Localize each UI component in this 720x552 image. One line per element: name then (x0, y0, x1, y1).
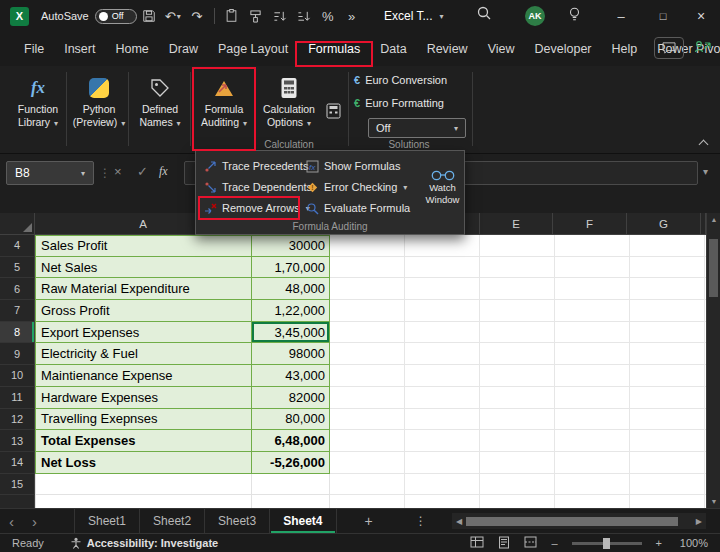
row-header[interactable]: 7 (0, 300, 35, 322)
accessibility-status[interactable]: Accessibility: Investigate (70, 537, 218, 549)
calculation-options-button[interactable]: Calculation Options ▾ (258, 70, 320, 148)
more-commands-icon[interactable]: » (340, 4, 364, 28)
document-title[interactable]: Excel T... ▾ (384, 0, 443, 32)
minimize-button[interactable]: – (602, 0, 640, 32)
tab-review[interactable]: Review (417, 32, 478, 66)
row-header[interactable]: 13 (0, 430, 35, 452)
tab-page-layout[interactable]: Page Layout (208, 32, 298, 66)
row-header[interactable]: 10 (0, 365, 35, 387)
sheet-tab-sheet3[interactable]: Sheet3 (205, 509, 270, 534)
row-header[interactable]: 5 (0, 257, 35, 279)
cell-value[interactable]: 1,70,000 (252, 257, 330, 279)
formula-bar-grip-icon[interactable]: ⋮ (99, 166, 111, 180)
menu-item-remove-arrows[interactable]: Remove Arrows ▾ (200, 198, 298, 218)
cell-label[interactable] (35, 474, 252, 496)
normal-view-icon[interactable] (470, 536, 484, 550)
comments-icon[interactable] (654, 37, 684, 59)
cell-label[interactable]: Travelling Exepnses (35, 409, 252, 431)
menu-item-evaluate-formula[interactable]: Evaluate Formula (302, 198, 419, 218)
lightbulb-icon[interactable] (567, 6, 582, 26)
cell-value[interactable]: 80,000 (252, 409, 330, 431)
horizontal-scrollbar[interactable]: ◀ ▶ (452, 513, 706, 529)
cell-label[interactable]: Export Expenses (35, 322, 252, 344)
undo-button[interactable]: ↶▾ (161, 4, 185, 28)
cell-label[interactable]: Hardware Expenses (35, 387, 252, 409)
cell-value[interactable]: 82000 (252, 387, 330, 409)
name-box[interactable]: B8 ▾ (6, 161, 94, 185)
sort-descending-icon[interactable] (292, 4, 316, 28)
defined-names-button[interactable]: Defined Names ▾ (131, 70, 189, 148)
row-header[interactable]: 15 (0, 474, 35, 496)
cancel-icon[interactable]: × (114, 164, 122, 179)
zoom-slider[interactable] (572, 542, 642, 545)
redo-button[interactable]: ↷ (185, 4, 209, 28)
euro-conversion-button[interactable]: € Euro Conversion (354, 74, 447, 86)
tab-draw[interactable]: Draw (159, 32, 208, 66)
tab-formulas[interactable]: Formulas (298, 32, 370, 66)
autosave-toggle[interactable]: Off (95, 9, 137, 24)
page-break-view-icon[interactable] (524, 536, 537, 550)
python-preview-button[interactable]: Python (Preview) ▾ (70, 70, 128, 148)
vertical-scrollbar[interactable]: ▲ ▼ (706, 213, 720, 508)
column-header-f[interactable]: F (553, 213, 627, 235)
row-header[interactable]: 14 (0, 452, 35, 474)
tab-developer[interactable]: Developer (525, 32, 602, 66)
cell-value[interactable] (252, 474, 330, 496)
row-header[interactable]: 9 (0, 343, 35, 365)
scroll-right-icon[interactable]: ▶ (692, 517, 706, 526)
cell-label[interactable]: Sales Profit (35, 235, 252, 257)
vertical-scrollbar-thumb[interactable] (709, 239, 718, 297)
select-all-corner[interactable] (0, 213, 35, 235)
expand-formula-bar-icon[interactable]: ▾ (703, 166, 708, 177)
sheet-nav-left-icon[interactable]: ‹ (0, 513, 23, 530)
menu-item-trace-dependents[interactable]: Trace Dependents (200, 177, 298, 197)
zoom-level[interactable]: 100% (676, 537, 708, 549)
zoom-in-icon[interactable]: + (656, 537, 662, 549)
cell-value[interactable]: -5,26,000 (252, 452, 330, 474)
row-header[interactable] (0, 495, 35, 508)
empty-cells-area[interactable] (330, 235, 706, 508)
tab-help[interactable]: Help (602, 32, 648, 66)
sheet-tab-sheet2[interactable]: Sheet2 (140, 509, 205, 534)
cell-value[interactable] (252, 495, 330, 508)
menu-item-trace-precedents[interactable]: Trace Precedents (200, 156, 298, 176)
maximize-button[interactable]: □ (644, 0, 682, 32)
percent-icon[interactable]: % (316, 4, 340, 28)
collapse-ribbon-icon[interactable] (700, 139, 708, 147)
euro-formatting-button[interactable]: € Euro Formatting (354, 97, 444, 109)
menu-item-error-checking[interactable]: ! Error Checking ▾ (302, 177, 419, 197)
sheet-tab-sheet1[interactable]: Sheet1 (75, 509, 140, 534)
cell-value[interactable]: 43,000 (252, 365, 330, 387)
tab-data[interactable]: Data (370, 32, 416, 66)
scroll-left-icon[interactable]: ◀ (452, 517, 466, 526)
tab-home[interactable]: Home (105, 32, 158, 66)
cell-value[interactable]: 48,000 (252, 278, 330, 300)
cell-label[interactable]: Maintienance Expense (35, 365, 252, 387)
save-icon[interactable] (137, 4, 161, 28)
cell-label[interactable]: Total Expenses (35, 430, 252, 452)
add-sheet-icon[interactable]: + (365, 513, 373, 529)
close-button[interactable]: × (682, 0, 720, 32)
zoom-out-icon[interactable]: – (551, 537, 557, 549)
column-header-e[interactable]: E (480, 213, 553, 235)
cell-label[interactable]: Net Sales (35, 257, 252, 279)
tab-view[interactable]: View (478, 32, 525, 66)
sheet-tab-sheet4[interactable]: Sheet4 (270, 509, 336, 534)
scroll-down-icon[interactable]: ▼ (707, 498, 720, 505)
share-icon[interactable] (694, 39, 712, 57)
cell-value[interactable]: 30000 (252, 235, 330, 257)
calculate-sheet-button[interactable] (326, 103, 341, 119)
formula-auditing-button[interactable]: Formula Auditing ▾ (195, 70, 253, 148)
clipboard-icon[interactable] (220, 4, 244, 28)
cell-label[interactable] (35, 495, 252, 508)
insert-function-icon[interactable]: fx (159, 164, 168, 179)
cell-label[interactable]: Electricity & Fuel (35, 343, 252, 365)
horizontal-scrollbar-thumb[interactable] (466, 517, 678, 526)
zoom-slider-thumb[interactable] (603, 538, 610, 549)
cell-label[interactable]: Net Loss (35, 452, 252, 474)
avatar[interactable]: AK (525, 6, 545, 26)
format-painter-icon[interactable] (244, 4, 268, 28)
sheet-nav-right-icon[interactable]: › (23, 513, 46, 530)
scroll-up-icon[interactable]: ▲ (707, 216, 720, 223)
tab-file[interactable]: File (14, 32, 54, 66)
